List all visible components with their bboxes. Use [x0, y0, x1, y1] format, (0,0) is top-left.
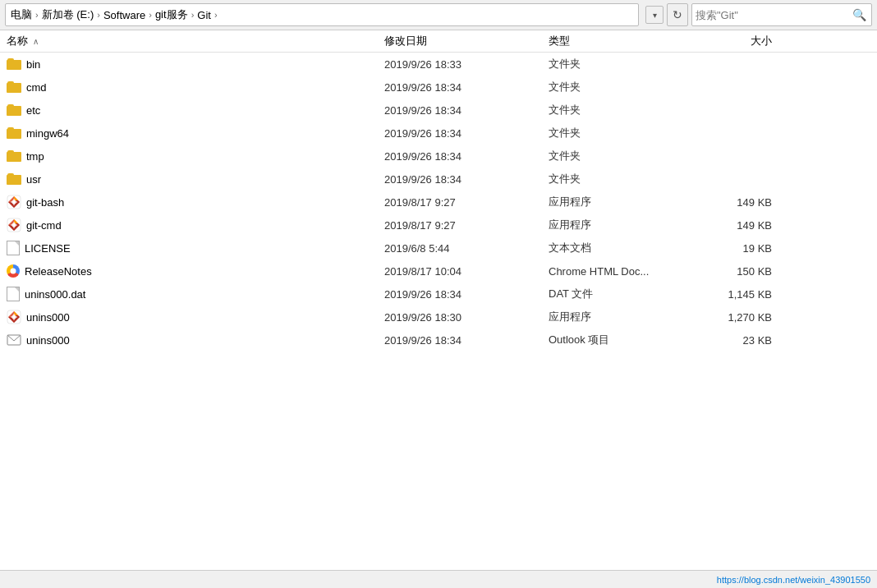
- cell-type: DAT 文件: [549, 287, 696, 301]
- col-header-name[interactable]: 名称 ∧: [7, 34, 384, 48]
- table-row[interactable]: usr 2019/9/26 18:34 文件夹: [0, 168, 877, 191]
- sep5: ›: [214, 10, 218, 20]
- cell-type: 文件夹: [549, 103, 696, 117]
- file-name: cmd: [26, 81, 47, 94]
- table-row[interactable]: git-cmd 2019/8/17 9:27 应用程序 149 KB: [0, 214, 877, 237]
- cell-date: 2019/9/26 18:34: [384, 81, 549, 94]
- table-row[interactable]: bin 2019/9/26 18:33 文件夹: [0, 53, 877, 76]
- cell-size: 150 KB: [696, 265, 778, 278]
- git-icon: [7, 195, 21, 209]
- sep4: ›: [191, 10, 195, 20]
- cell-type: 应用程序: [549, 218, 696, 232]
- cell-size: 149 KB: [696, 219, 778, 232]
- cell-name: git-bash: [7, 195, 384, 209]
- folder-icon: [7, 150, 21, 162]
- cell-type: 文件夹: [549, 80, 696, 94]
- file-list: bin 2019/9/26 18:33 文件夹 cmd 2019/9/26 18…: [0, 53, 877, 570]
- cell-type: Outlook 项目: [549, 333, 696, 347]
- sep2: ›: [97, 10, 100, 20]
- file-name: unins000: [26, 311, 70, 324]
- cell-size: 149 KB: [696, 196, 778, 209]
- sort-arrow-icon: ∧: [33, 37, 39, 46]
- table-row[interactable]: tmp 2019/9/26 18:34 文件夹: [0, 145, 877, 168]
- search-area[interactable]: 🔍: [691, 3, 872, 26]
- cell-size: 23 KB: [696, 334, 778, 347]
- breadcrumb-pc[interactable]: 电脑: [11, 7, 32, 22]
- table-row[interactable]: ReleaseNotes 2019/8/17 10:04 Chrome HTML…: [0, 260, 877, 283]
- col-header-date[interactable]: 修改日期: [384, 34, 549, 48]
- folder-icon: [7, 58, 21, 70]
- file-name: git-cmd: [26, 219, 62, 232]
- cell-date: 2019/8/17 9:27: [384, 196, 549, 209]
- refresh-button[interactable]: ↻: [667, 3, 688, 26]
- file-name: tmp: [26, 150, 44, 163]
- cell-name: LICENSE: [7, 241, 384, 255]
- file-name: usr: [26, 173, 41, 186]
- folder-icon: [7, 173, 21, 185]
- table-row[interactable]: unins000.dat 2019/9/26 18:34 DAT 文件 1,14…: [0, 283, 877, 305]
- email-icon: [7, 334, 21, 346]
- col-header-type[interactable]: 类型: [549, 34, 696, 48]
- breadcrumb-area[interactable]: 电脑 › 新加卷 (E:) › Software › git服务 › Git ›: [5, 3, 639, 26]
- table-row[interactable]: git-bash 2019/8/17 9:27 应用程序 149 KB: [0, 191, 877, 214]
- svg-marker-16: [14, 311, 18, 315]
- table-row[interactable]: mingw64 2019/9/26 18:34 文件夹: [0, 122, 877, 145]
- cell-name: cmd: [7, 81, 384, 94]
- file-name: unins000: [26, 334, 70, 347]
- table-row[interactable]: unins000 2019/9/26 18:30 应用程序 1,270 KB: [0, 305, 877, 328]
- cell-type: 文本文档: [549, 241, 696, 255]
- status-url: https://blog.csdn.net/weixin_43901550: [717, 575, 870, 585]
- cell-name: bin: [7, 58, 384, 71]
- file-name: LICENSE: [25, 242, 71, 255]
- cell-size: 1,270 KB: [696, 311, 778, 324]
- cell-date: 2019/6/8 5:44: [384, 242, 549, 255]
- breadcrumb-gitservice[interactable]: git服务: [155, 7, 188, 22]
- table-row[interactable]: LICENSE 2019/6/8 5:44 文本文档 19 KB: [0, 237, 877, 260]
- table-row[interactable]: unins000 2019/9/26 18:34 Outlook 项目 23 K…: [0, 328, 877, 351]
- sep3: ›: [149, 10, 152, 20]
- file-name: mingw64: [26, 127, 69, 140]
- chrome-icon: [7, 264, 20, 278]
- cell-date: 2019/9/26 18:34: [384, 334, 549, 347]
- cell-date: 2019/9/26 18:34: [384, 173, 549, 186]
- text-doc-icon: [7, 241, 20, 255]
- cell-date: 2019/9/26 18:33: [384, 58, 549, 71]
- folder-icon: [7, 104, 21, 116]
- cell-date: 2019/9/26 18:34: [384, 104, 549, 117]
- address-bar: 电脑 › 新加卷 (E:) › Software › git服务 › Git ›…: [0, 0, 877, 30]
- table-row[interactable]: etc 2019/9/26 18:34 文件夹: [0, 99, 877, 122]
- breadcrumb-git[interactable]: Git: [197, 9, 211, 21]
- git-icon: [7, 218, 21, 232]
- cell-type: 文件夹: [549, 126, 696, 140]
- cell-date: 2019/9/26 18:30: [384, 311, 549, 324]
- cell-name: unins000.dat: [7, 287, 384, 301]
- git-icon: [7, 310, 21, 324]
- cell-name: unins000: [7, 310, 384, 324]
- folder-icon: [7, 81, 21, 93]
- cell-type: 应用程序: [549, 310, 696, 324]
- cell-date: 2019/8/17 10:04: [384, 265, 549, 278]
- cell-type: 文件夹: [549, 57, 696, 71]
- search-input[interactable]: [696, 9, 851, 21]
- cell-size: 19 KB: [696, 242, 778, 255]
- file-name: bin: [26, 58, 40, 71]
- cell-size: 1,145 KB: [696, 288, 778, 301]
- svg-marker-9: [14, 219, 18, 223]
- search-icon[interactable]: 🔍: [851, 7, 868, 23]
- file-name: unins000.dat: [25, 288, 85, 301]
- cell-type: 应用程序: [549, 195, 696, 209]
- breadcrumb-dropdown-btn[interactable]: ▾: [645, 6, 663, 24]
- cell-name: ReleaseNotes: [7, 264, 384, 278]
- cell-name: tmp: [7, 150, 384, 163]
- table-row[interactable]: cmd 2019/9/26 18:34 文件夹: [0, 76, 877, 99]
- cell-name: etc: [7, 104, 384, 117]
- cell-name: unins000: [7, 334, 384, 347]
- col-header-size[interactable]: 大小: [696, 34, 778, 48]
- file-name: etc: [26, 104, 40, 117]
- sep1: ›: [35, 10, 39, 20]
- cell-name: mingw64: [7, 127, 384, 140]
- breadcrumb-software[interactable]: Software: [103, 9, 145, 21]
- cell-date: 2019/9/26 18:34: [384, 127, 549, 140]
- cell-type: 文件夹: [549, 149, 696, 163]
- breadcrumb-drive[interactable]: 新加卷 (E:): [42, 7, 94, 22]
